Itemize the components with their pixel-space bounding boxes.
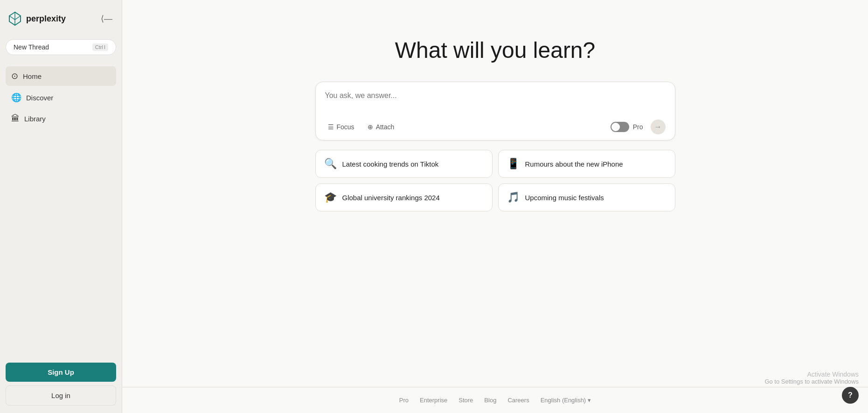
- main-content: What will you learn? ☰ Focus ⊕ Attach Pr…: [304, 0, 687, 387]
- sidebar-item-discover[interactable]: 🌐 Discover: [6, 88, 116, 107]
- sidebar-item-discover-label: Discover: [26, 94, 53, 102]
- search-toolbar: ☰ Focus ⊕ Attach Pro →: [325, 119, 666, 134]
- collapse-icon: ⟨—: [101, 14, 112, 24]
- help-button[interactable]: ?: [842, 387, 859, 404]
- focus-button[interactable]: ☰ Focus: [325, 121, 357, 133]
- page-title: What will you learn?: [395, 37, 596, 63]
- suggestion-label-music: Upcoming music festivals: [525, 194, 604, 202]
- language-label: English (English): [541, 397, 586, 404]
- cooking-icon: 🔍: [324, 158, 337, 170]
- music-icon: 🎵: [507, 191, 520, 203]
- suggestion-card-music[interactable]: 🎵 Upcoming music festivals: [498, 183, 675, 211]
- suggestion-label-cooking: Latest cooking trends on Tiktok: [342, 160, 439, 168]
- pro-label: Pro: [633, 123, 643, 131]
- suggestion-label-iphone: Rumours about the new iPhone: [525, 160, 623, 168]
- collapse-sidebar-button[interactable]: ⟨—: [99, 12, 114, 26]
- sidebar-item-library[interactable]: 🏛 Library: [6, 109, 116, 128]
- focus-label: Focus: [337, 123, 354, 131]
- search-box: ☰ Focus ⊕ Attach Pro →: [315, 82, 675, 140]
- perplexity-logo-icon: [7, 11, 22, 26]
- sidebar-bottom: Sign Up Log in: [6, 363, 116, 406]
- sidebar-item-home-label: Home: [23, 72, 42, 80]
- pro-toggle-switch[interactable]: [611, 122, 629, 132]
- footer-link-pro[interactable]: Pro: [399, 397, 409, 404]
- log-in-button[interactable]: Log in: [6, 385, 116, 406]
- new-thread-label: New Thread: [14, 43, 49, 51]
- attach-icon: ⊕: [368, 123, 373, 131]
- footer-link-language[interactable]: English (English) ▾: [541, 397, 591, 404]
- footer-link-store[interactable]: Store: [458, 397, 473, 404]
- footer-link-blog[interactable]: Blog: [484, 397, 496, 404]
- discover-icon: 🌐: [11, 92, 21, 103]
- main-footer: Pro Enterprise Store Blog Careers Englis…: [122, 387, 868, 413]
- footer-link-careers[interactable]: Careers: [507, 397, 529, 404]
- focus-icon: ☰: [328, 123, 334, 131]
- nav-items: ⊙ Home 🌐 Discover 🏛 Library: [6, 66, 116, 363]
- toggle-knob: [611, 123, 620, 131]
- main-area: What will you learn? ☰ Focus ⊕ Attach Pr…: [122, 0, 868, 413]
- attach-button[interactable]: ⊕ Attach: [365, 121, 397, 133]
- pro-toggle: Pro: [611, 122, 643, 132]
- new-thread-shortcut: Ctrl I: [92, 43, 108, 51]
- library-icon: 🏛: [11, 114, 20, 124]
- suggestion-label-university: Global university rankings 2024: [342, 194, 440, 202]
- sidebar-item-library-label: Library: [24, 115, 46, 123]
- suggestion-card-university[interactable]: 🎓 Global university rankings 2024: [315, 183, 493, 211]
- arrow-right-icon: →: [654, 123, 662, 131]
- iphone-icon: 📱: [507, 158, 520, 170]
- sidebar-header: perplexity ⟨—: [6, 7, 116, 30]
- suggestion-grid: 🔍 Latest cooking trends on Tiktok 📱 Rumo…: [315, 150, 675, 211]
- university-icon: 🎓: [324, 191, 337, 203]
- attach-label: Attach: [376, 123, 395, 131]
- chevron-down-icon: ▾: [588, 397, 591, 404]
- home-icon: ⊙: [11, 71, 18, 81]
- app-name: perplexity: [26, 14, 66, 24]
- sidebar-item-home[interactable]: ⊙ Home: [6, 66, 116, 86]
- sidebar: perplexity ⟨— New Thread Ctrl I ⊙ Home 🌐…: [0, 0, 122, 413]
- logo-area: perplexity: [7, 11, 66, 26]
- suggestion-card-cooking[interactable]: 🔍 Latest cooking trends on Tiktok: [315, 150, 493, 178]
- sign-up-button[interactable]: Sign Up: [6, 363, 116, 382]
- new-thread-button[interactable]: New Thread Ctrl I: [6, 39, 116, 55]
- suggestion-card-iphone[interactable]: 📱 Rumours about the new iPhone: [498, 150, 675, 178]
- submit-search-button[interactable]: →: [651, 119, 666, 134]
- search-input[interactable]: [325, 91, 666, 108]
- footer-link-enterprise[interactable]: Enterprise: [420, 397, 447, 404]
